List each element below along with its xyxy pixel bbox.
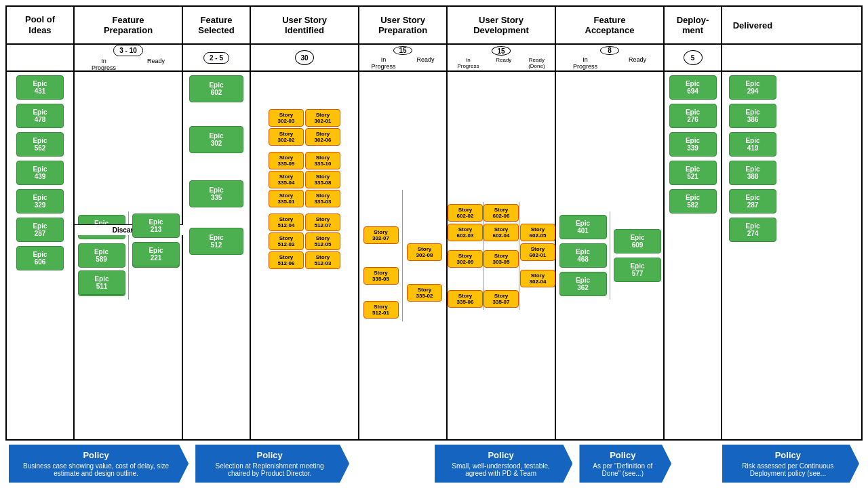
discarded-ready-epics: Epic213 Epic221 [131,212,181,268]
policy-feature-prep: Policy Business case showing value, cost… [9,445,189,483]
sd-inprog-label: InProgress [457,57,479,69]
story-dev-ready: Story602-06 Story602-04 Story303-05 Stor… [484,202,519,310]
story-prep-inprogress: Story302-07 Story335-05 Story512-01 [359,190,403,321]
sd-335-inprog: Story335-06 [447,289,484,308]
feature-acc-content: Epic401 Epic468 Epic362 Epic609 Epic577 [556,72,665,439]
story-id-335-row: Story335-09 Story335-10 Story335-04 Stor… [253,151,356,208]
epic-294: Epic294 [729,75,776,100]
story-602-02: Story602-02 [448,204,483,222]
policy-story-dev: Policy As per "Definition of Done" (see.… [579,445,671,483]
story-512-07: Story512-07 [305,214,340,231]
policy-spacer2 [678,445,715,483]
feature-acc-title: FeatureAcceptance [585,15,635,35]
story-335-07: Story335-07 [484,290,519,308]
deploy-wip-badge: 5 [684,50,703,65]
feature-acc-wip-badge: 8 [600,46,619,55]
policy-deploy: Policy Risk assessed per Continuous Depl… [722,445,859,483]
col-story-id-header: User StoryIdentified [251,7,359,43]
feature-prep-ready: Epic662 Epic213 Epic221 [129,240,183,271]
epic-511: Epic511 [78,270,125,295]
col-feature-prep-header: FeaturePreparation [75,7,183,43]
epic-276: Epic276 [669,104,717,128]
epic-589: Epic589 [78,243,125,268]
story-512-02: Story512-02 [269,232,304,250]
story-dev-inprogress: Story602-02 Story602-03 Story302-09 Stor… [448,202,484,310]
story-prep-title: User StoryPreparation [378,15,427,35]
story-512-05: Story512-05 [305,232,340,250]
content-row: Epic431 Epic478 Epic562 Epic439 Epic329 … [7,72,861,439]
policy-d-title: Policy [730,450,846,460]
delivered-title: Delivered [733,20,773,30]
policy-fp-text: Business case showing value, cost of del… [17,462,175,477]
sp-512-inprog: Story512-01 [363,300,399,319]
story-302-04: Story302-04 [520,270,555,287]
pool-title: Pool ofIdeas [25,14,55,35]
feature-acc-wip: 8 InProgress Ready [556,45,665,70]
sd-ready-label: Ready [496,57,511,69]
epic-521: Epic521 [669,161,717,185]
sp-ready-label: Ready [416,56,434,70]
epic-577: Epic577 [614,258,661,282]
feature-prep-title: FeaturePreparation [104,15,153,35]
epic-302: Epic302 [189,126,243,153]
story-dev-wip-badge: 15 [492,46,511,56]
epic-694: Epic694 [669,75,717,100]
story-512-04: Story512-04 [269,214,304,231]
col-feature-acc-header: FeatureAcceptance [556,7,665,43]
feature-prep-inprogress: Epic444 Epic589 Epic651 Discarded Epic51… [75,211,129,300]
epic-221: Epic221 [132,242,180,266]
epic-606: Epic606 [16,246,64,270]
col-delivered-header: Delivered [722,7,783,43]
feature-sel-title: FeatureSelected [198,15,234,35]
story-dev-content: Story602-02 Story602-03 Story302-09 Stor… [448,72,556,439]
deploy-content: Epic694 Epic276 Epic339 Epic521 Epic582 [665,72,722,439]
col-story-prep-header: User StoryPreparation [359,7,448,43]
policy-sp-title: Policy [443,450,559,460]
story-335-04: Story335-04 [269,171,304,188]
story-335-06: Story335-06 [448,290,483,308]
story-602-04: Story602-04 [484,224,519,241]
epic-388: Epic388 [729,161,776,185]
story-602-03: Story602-03 [448,224,483,241]
feature-acc-ready: Epic609 Epic577 [610,226,665,285]
policy-sd-text: As per "Definition of Done" (see...) [587,462,658,477]
epic-562: Epic562 [16,132,64,157]
story-id-title: User StoryIdentified [282,15,327,35]
story-335-09: Story335-09 [269,152,304,169]
story-602-05: Story602-05 [520,224,555,241]
fp-ready-label: Ready [147,58,165,71]
policy-feature-sel: Policy Selection at Replenishment meetin… [195,445,349,483]
feature-sel-wip: 2 - 5 [183,45,251,70]
policy-fs-title: Policy [203,450,336,460]
story-302-06: Story302-06 [305,128,340,146]
story-prep-wip: 15 InProgress Ready [359,45,448,70]
story-302-03: Story302-03 [269,109,304,127]
epic-582: Epic582 [669,189,717,214]
sd-302-inprog: Story302-09 [447,249,484,268]
policy-sd-title: Policy [587,450,658,460]
sp-ready-335: Story335-02 [406,283,443,302]
epic-362: Epic362 [559,272,607,296]
epic-287b: Epic287 [729,189,776,214]
epic-609: Epic609 [614,229,661,253]
pool-wip [7,45,75,70]
epic-335: Epic335 [189,180,243,207]
feature-sel-wip-badge: 2 - 5 [203,52,229,64]
story-335-01: Story335-01 [269,190,304,207]
fa-ready-label: Ready [629,56,646,70]
policy-fp-title: Policy [17,450,175,460]
feature-acc-inprogress: Epic401 Epic468 Epic362 [556,211,610,300]
feature-sel-content: Epic602 Epic302 Epic335 Epic512 [183,72,251,439]
col-story-dev-header: User StoryDevelopment [448,7,556,43]
story-303-05: Story303-05 [484,250,519,268]
story-335-08: Story335-08 [305,171,340,188]
epic-386: Epic386 [729,104,776,128]
story-id-512-row: Story512-04 Story512-07 Story512-02 Stor… [253,213,356,270]
fp-inprog-label: InProgress [92,58,116,71]
story-602-06: Story602-06 [484,204,519,222]
col-feature-sel-header: FeatureSelected [183,7,251,43]
story-512-01: Story512-01 [363,301,399,319]
story-id-302-row: Story302-03 Story302-01 Story302-02 Stor… [253,108,356,146]
epic-439: Epic439 [16,161,64,185]
story-id-content: Story302-03 Story302-01 Story302-02 Stor… [251,72,359,439]
